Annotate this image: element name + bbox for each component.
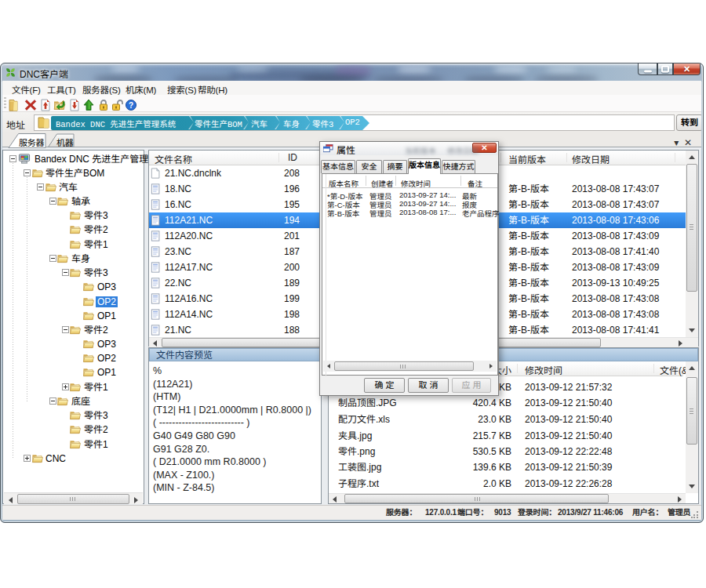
svg-text:?: ?	[129, 101, 133, 110]
